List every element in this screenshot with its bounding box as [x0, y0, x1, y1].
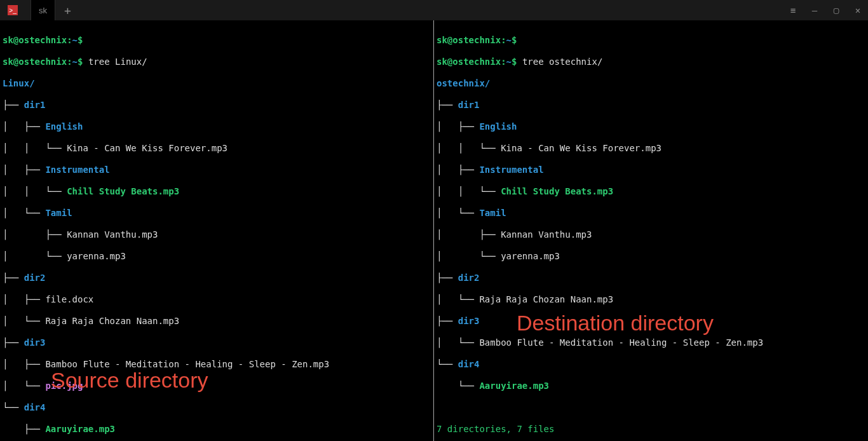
command: tree ostechnix/: [522, 57, 602, 67]
tree-root: ostechnix/: [437, 78, 865, 89]
tree-line: │ ├── English: [437, 121, 865, 132]
tree-line: └── dir4: [437, 359, 865, 370]
tree-line: └── Aaruyirae.mp3: [437, 381, 865, 391]
tree-line: │ ├── Instrumental: [437, 165, 865, 175]
cwd: ~: [72, 35, 78, 45]
right-terminal-pane[interactable]: sk@ostechnix:~$ sk@ostechnix:~$ tree ost…: [434, 20, 868, 441]
maximize-icon[interactable]: ▢: [831, 5, 841, 15]
prompt-line: sk@ostechnix:~$: [3, 35, 431, 46]
tree-line: │ ├── Kannan Vanthu.mp3: [437, 229, 865, 240]
tree-line: │ └── Tamil: [437, 208, 865, 219]
tree-summary: 7 directories, 7 files: [437, 424, 865, 435]
tree-line: ├── dir1: [3, 100, 431, 111]
overlay-source-label: Source directory: [51, 375, 208, 386]
prompt-line: sk@ostechnix:~$ tree Linux/: [3, 57, 431, 67]
tree-line: ├── dir3: [3, 337, 431, 348]
tree-line: │ └── Raja Raja Chozan Naan.mp3: [3, 316, 431, 327]
tree-line: ├── dir1: [437, 100, 865, 111]
tree-line: ├── Aaruyirae.mp3: [3, 424, 431, 435]
new-tab-button[interactable]: +: [55, 4, 80, 17]
tree-line: │ ├── English: [3, 121, 431, 132]
tree-line: │ └── Bamboo Flute - Meditation - Healin…: [437, 337, 865, 348]
terminal-icon: >_: [8, 5, 18, 15]
tree-line: │ ├── file.docx: [3, 294, 431, 305]
tab-terminal-1[interactable]: >_: [0, 0, 31, 20]
prompt-line: sk@ostechnix:~$: [437, 35, 865, 46]
tree-line: │ │ └── Chill Study Beats.mp3: [3, 186, 431, 197]
left-terminal-pane[interactable]: sk@ostechnix:~$ sk@ostechnix:~$ tree Lin…: [0, 20, 434, 441]
blank-line: [437, 402, 865, 413]
tree-line: │ │ └── Kina - Can We Kiss Forever.mp3: [437, 143, 865, 154]
tree-line: └── dir4: [3, 402, 431, 413]
tree-line: │ └── Tamil: [3, 208, 431, 219]
tree-root: Linux/: [3, 78, 431, 89]
split-panes: sk@ostechnix:~$ sk@ostechnix:~$ tree Lin…: [0, 20, 868, 441]
tree-line: ├── dir2: [3, 273, 431, 283]
command: tree Linux/: [88, 57, 147, 67]
tree-line: │ │ └── Kina - Can We Kiss Forever.mp3: [3, 143, 431, 154]
window-controls: ≡ — ▢ ✕: [788, 0, 863, 20]
user: sk: [3, 35, 13, 45]
host: ostechnix: [18, 35, 67, 45]
titlebar: >_ sk + ≡ — ▢ ✕: [0, 0, 868, 20]
prompt-line: sk@ostechnix:~$ tree ostechnix/: [437, 57, 865, 67]
tree-line: │ ├── Kannan Vanthu.mp3: [3, 229, 431, 240]
tree-line: │ │ └── Chill Study Beats.mp3: [437, 186, 865, 197]
tree-line: │ └── Raja Raja Chozan Naan.mp3: [437, 294, 865, 305]
tree-line: ├── dir2: [437, 273, 865, 283]
minimize-icon[interactable]: —: [810, 5, 820, 15]
tree-line: │ └── yarenna.mp3: [3, 251, 431, 262]
tree-line: │ ├── Instrumental: [3, 165, 431, 175]
close-icon[interactable]: ✕: [853, 5, 863, 15]
tab-label: sk: [39, 6, 47, 15]
overlay-destination-label: Destination directory: [517, 318, 714, 329]
menu-icon[interactable]: ≡: [788, 5, 798, 15]
tab-terminal-2[interactable]: sk: [31, 0, 55, 20]
tree-line: │ └── yarenna.mp3: [437, 251, 865, 262]
